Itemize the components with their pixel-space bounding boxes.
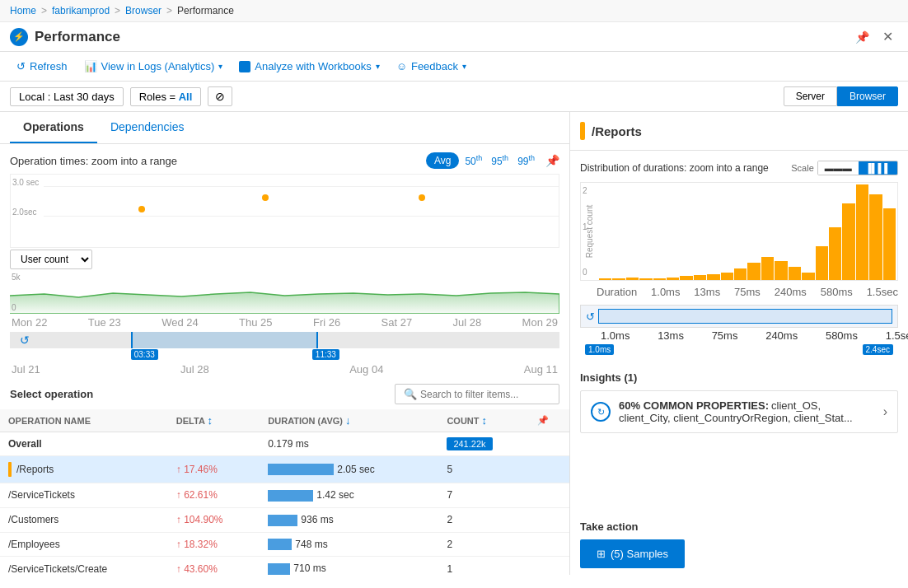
dist-x-580ms: 580ms [821,286,853,298]
refresh-label: Refresh [30,60,68,72]
breadcrumb-sep3: > [166,5,172,16]
feedback-icon: ☺ [396,60,407,72]
samples-table-icon: ⊞ [597,548,606,560]
x-label-sat27: Sat 27 [381,316,413,329]
y-axis-top: 3.0 sec [12,178,39,187]
workbooks-icon [239,61,250,72]
rp-color-bar [580,122,585,140]
pin-chart-icon[interactable]: 📌 [545,154,559,167]
table-row[interactable]: Overall 0.179 ms 241.22k [0,432,569,456]
breadcrumb-home[interactable]: Home [10,5,36,16]
time-range-filter[interactable]: Local : Last 30 days [10,87,124,106]
roles-label: Roles = All [139,91,193,103]
close-window-button[interactable]: ✕ [878,27,898,46]
view-logs-chevron: ▾ [218,62,222,71]
breadcrumb-prod[interactable]: fabrikamprod [52,5,110,16]
scale-log-button[interactable]: ▐▌▌▌ [859,161,897,175]
dist-label: Duration [597,286,637,298]
user-count-select[interactable]: User count [10,250,92,269]
x-label-jul28: Jul 28 [453,316,482,329]
p95-button[interactable]: 95th [488,152,512,169]
timeline-bar[interactable]: ↺ 03:33 11:33 [10,332,559,348]
feedback-label: Feedback [411,60,458,72]
breadcrumb-current: Performance [177,5,234,16]
table-row[interactable]: /ServiceTickets ↑ 62.61% 1.42 sec 7 [0,483,569,508]
dist-tl-label-13ms: 13ms [658,329,684,342]
rp-title: /Reports [592,124,642,138]
dist-x-75ms: 75ms [734,286,761,298]
dist-refresh-icon[interactable]: ↺ [586,310,595,323]
y-axis-label: Request count [585,205,594,259]
tl-label-jul21: Jul 21 [12,363,40,376]
samples-button[interactable]: ⊞ (5) Samples [580,539,685,568]
insight-spinner-icon: ↻ [591,402,611,422]
pin-window-button[interactable]: 📌 [850,27,874,46]
scale-label: Scale [791,163,814,173]
workbooks-chevron: ▾ [376,62,380,71]
browser-button[interactable]: Browser [837,86,898,106]
refresh-timeline-icon[interactable]: ↺ [20,334,30,347]
analytics-icon: 📊 [84,60,97,72]
timeline-marker-right: 11:33 [312,349,339,360]
tl-label-jul28: Jul 28 [180,363,209,376]
search-box: 🔍 [395,384,559,404]
samples-label: (5) Samples [611,548,668,560]
col-count[interactable]: COUNT ↕ [438,409,528,432]
breadcrumb-browser[interactable]: Browser [125,5,161,16]
dist-title: Distribution of durations: zoom into a r… [580,162,769,174]
dist-timeline[interactable]: ↺ 1.0ms 13ms 75ms 240ms 580ms 1.5sec [580,305,898,328]
x-label-tue23: Tue 23 [88,316,121,329]
table-row[interactable]: /Employees ↑ 18.32% 748 ms 2 [0,532,569,557]
take-action-title: Take action [580,520,898,533]
chart-title: Operation times: zoom into a range [10,155,177,167]
insight-text: 60% COMMON PROPERTIES: client_OS, client… [619,399,875,424]
x-label-mon22: Mon 22 [12,316,47,329]
insight-arrow-icon: › [883,404,887,419]
search-icon: 🔍 [404,388,417,400]
table-row[interactable]: /Reports ↑ 17.46% 2.05 sec 5 [0,456,569,483]
col-delta[interactable]: DELTA ↕ [168,409,260,432]
tl-label-aug11: Aug 11 [524,363,558,376]
avg-button[interactable]: Avg [426,152,459,169]
insight-percentage: 60% COMMON PROPERTIES: [619,399,769,412]
filter-icon-button[interactable]: ⊘ [208,86,232,106]
dist-x-240ms: 240ms [775,286,807,298]
timeline-marker-left: 03:33 [131,349,158,360]
refresh-button[interactable]: ↺ Refresh [10,57,74,76]
feedback-button[interactable]: ☺ Feedback ▾ [390,57,473,76]
insight-card[interactable]: ↻ 60% COMMON PROPERTIES: client_OS, clie… [580,390,898,433]
scale-linear-button[interactable]: ▬▬▬ [818,161,859,175]
tab-operations[interactable]: Operations [10,112,97,143]
table-row[interactable]: /ServiceTickets/Create ↑ 43.60% 710 ms 1 [0,557,569,575]
scatter-dot-3 [419,194,425,201]
dist-tl-label-580ms: 580ms [826,329,858,342]
col-duration[interactable]: DURATION (AVG) ↓ [260,409,438,432]
view-logs-button[interactable]: 📊 View in Logs (Analytics) ▾ [77,57,230,76]
feedback-chevron: ▾ [462,62,466,71]
analyze-workbooks-button[interactable]: Analyze with Workbooks ▾ [232,57,386,76]
col-operation-name: OPERATION NAME [0,409,168,432]
table-row[interactable]: /Customers ↑ 104.90% 936 ms 2 [0,507,569,532]
insights-title: Insights (1) [580,371,898,384]
breadcrumb-sep1: > [41,5,47,16]
distribution-chart: 2 1 0 Request count [580,182,898,281]
p50-button[interactable]: 50th [461,152,485,169]
roles-filter[interactable]: Roles = All [130,87,202,106]
dist-tl-marker-left: 1.0ms [585,344,614,355]
dist-tl-label-75ms: 75ms [712,329,738,342]
x-label-thu25: Thu 25 [239,316,272,329]
scatter-dot-2 [262,194,269,201]
x-label-fri26: Fri 26 [313,316,340,329]
search-input[interactable] [420,389,550,400]
server-button[interactable]: Server [784,86,837,106]
col-pin: 📌 [529,409,569,432]
y-axis-mid: 2.0sec [12,208,36,217]
operations-table: OPERATION NAME DELTA ↕ DURATION (AVG) ↓ … [0,409,569,575]
tab-dependencies[interactable]: Dependencies [97,112,198,143]
page-title: Performance [35,29,120,45]
scatter-chart: 3.0 sec 2.0sec [10,174,559,248]
dist-x-15sec: 1.5sec [867,286,898,298]
scatter-dot-1 [138,206,145,212]
p99-button[interactable]: 99th [514,152,538,169]
x-label-mon29: Mon 29 [522,316,558,329]
